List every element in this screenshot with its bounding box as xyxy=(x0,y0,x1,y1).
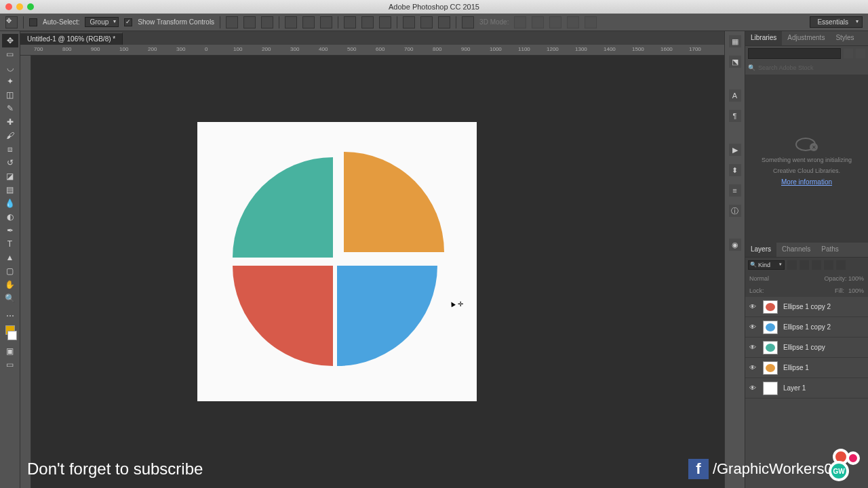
brush-panel-icon[interactable]: ⬍ xyxy=(729,164,741,176)
auto-align-icon[interactable] xyxy=(462,16,474,28)
layer-name[interactable]: Ellipse 1 copy 2 xyxy=(783,323,831,331)
visibility-toggle-icon[interactable]: 👁 xyxy=(749,323,757,331)
crop-tool[interactable]: ◫ xyxy=(2,88,18,102)
marquee-tool[interactable]: ▭ xyxy=(2,47,18,61)
filter-type-icon[interactable] xyxy=(812,260,821,270)
align-3-icon[interactable] xyxy=(261,16,273,28)
healing-tool[interactable]: ✚ xyxy=(2,115,18,129)
dist-4-icon[interactable] xyxy=(403,16,415,28)
dist-1-icon[interactable] xyxy=(344,16,356,28)
screenmode-toggle[interactable]: ▭ xyxy=(2,358,18,371)
layer-name[interactable]: Ellipse 1 copy 2 xyxy=(783,303,831,310)
lasso-tool[interactable]: ◡ xyxy=(2,61,18,75)
blend-mode-select[interactable]: Normal xyxy=(749,275,769,282)
search-icon: 🔍 xyxy=(748,64,755,71)
character-panel-icon[interactable]: A xyxy=(729,89,741,102)
layer-name[interactable]: Ellipse 1 copy xyxy=(783,344,825,351)
stock-search-placeholder[interactable]: Search Adobe Stock xyxy=(758,64,814,71)
layer-thumbnail[interactable] xyxy=(763,300,778,314)
visibility-toggle-icon[interactable]: 👁 xyxy=(749,303,757,310)
align-2-icon[interactable] xyxy=(243,16,256,28)
gradient-tool[interactable]: ▤ xyxy=(2,183,18,197)
history-panel-icon[interactable]: ▦ xyxy=(729,35,741,47)
align-6-icon[interactable] xyxy=(320,16,332,28)
dist-6-icon[interactable] xyxy=(438,16,450,28)
layer-name[interactable]: Ellipse 1 xyxy=(783,364,809,371)
workspace-switcher[interactable]: Essentials xyxy=(810,16,863,28)
edit-toolbar[interactable]: ⋯ xyxy=(2,309,18,323)
layer-row[interactable]: 👁 Ellipse 1 copy xyxy=(745,338,868,358)
opacity-value[interactable]: 100% xyxy=(848,275,864,282)
paragraph-panel-icon[interactable]: ¶ xyxy=(729,110,741,122)
visibility-toggle-icon[interactable]: 👁 xyxy=(749,364,757,371)
layer-name[interactable]: Layer 1 xyxy=(783,384,806,392)
color-panel-icon[interactable]: ⬔ xyxy=(729,56,741,68)
layer-thumbnail[interactable] xyxy=(763,341,778,354)
tab-libraries[interactable]: Libraries xyxy=(745,31,782,45)
zoom-tool[interactable]: 🔍 xyxy=(2,291,18,305)
visibility-toggle-icon[interactable]: 👁 xyxy=(749,384,757,392)
show-transform-checkbox[interactable] xyxy=(124,18,132,26)
list-view-icon[interactable] xyxy=(856,49,865,58)
quickmask-toggle[interactable]: ▣ xyxy=(2,344,18,358)
eyedropper-tool[interactable]: ✎ xyxy=(2,102,18,115)
minimize-window-icon[interactable] xyxy=(16,3,23,10)
stamp-tool[interactable]: ⧇ xyxy=(2,142,18,156)
visibility-toggle-icon[interactable]: 👁 xyxy=(749,344,757,351)
layer-thumbnail[interactable] xyxy=(763,321,778,334)
layer-row[interactable]: 👁 Ellipse 1 copy 2 xyxy=(745,297,868,317)
tab-channels[interactable]: Channels xyxy=(776,243,816,257)
align-1-icon[interactable] xyxy=(226,16,238,28)
tab-adjustments[interactable]: Adjustments xyxy=(782,31,830,45)
tab-styles[interactable]: Styles xyxy=(830,31,859,45)
zoom-window-icon[interactable] xyxy=(27,3,34,10)
auto-select-dropdown[interactable]: Group xyxy=(85,17,119,27)
info-panel-icon[interactable]: ⓘ xyxy=(729,205,741,217)
actions-panel-icon[interactable]: ▶ xyxy=(729,144,741,156)
tab-layers[interactable]: Layers xyxy=(745,243,776,257)
layer-row[interactable]: 👁 Ellipse 1 copy 2 xyxy=(745,317,868,338)
library-select[interactable] xyxy=(748,48,841,59)
move-tool[interactable]: ✥ xyxy=(2,34,18,47)
hand-tool[interactable]: ✋ xyxy=(2,278,18,291)
align-5-icon[interactable] xyxy=(302,16,315,28)
ruler-tick: 100 xyxy=(233,46,242,52)
canvas-background[interactable] xyxy=(31,56,724,488)
ruler-tick: 200 xyxy=(148,46,157,52)
auto-select-checkbox[interactable] xyxy=(29,18,37,26)
path-select-tool[interactable]: ▲ xyxy=(2,251,18,264)
background-color-swatch[interactable] xyxy=(7,331,17,340)
clone-panel-icon[interactable]: ≡ xyxy=(729,184,741,197)
grid-view-icon[interactable] xyxy=(844,49,853,58)
tab-paths[interactable]: Paths xyxy=(816,243,844,257)
wand-tool[interactable]: ✦ xyxy=(2,75,18,88)
filter-adj-icon[interactable] xyxy=(800,260,809,270)
filter-shape-icon[interactable] xyxy=(824,260,833,270)
dist-5-icon[interactable] xyxy=(420,16,433,28)
brush-tool[interactable]: 🖌 xyxy=(2,129,18,142)
dodge-tool[interactable]: ◐ xyxy=(2,210,18,224)
eraser-tool[interactable]: ◪ xyxy=(2,169,18,183)
dist-2-icon[interactable] xyxy=(361,16,374,28)
more-information-link[interactable]: More information xyxy=(781,178,832,186)
layer-filter-kind[interactable]: Kind xyxy=(748,260,785,270)
type-tool[interactable]: T xyxy=(2,237,18,251)
layer-row[interactable]: 👁 Ellipse 1 xyxy=(745,358,868,378)
dist-3-icon[interactable] xyxy=(379,16,391,28)
filter-pixel-icon[interactable] xyxy=(787,260,797,270)
blur-tool[interactable]: 💧 xyxy=(2,197,18,210)
layer-thumbnail[interactable] xyxy=(763,382,778,395)
move-tool-icon[interactable]: ✥ xyxy=(5,16,18,28)
close-window-icon[interactable] xyxy=(5,3,12,10)
align-4-icon[interactable] xyxy=(285,16,297,28)
pen-tool[interactable]: ✒ xyxy=(2,224,18,237)
fill-value[interactable]: 100% xyxy=(848,287,864,294)
filter-smart-icon[interactable] xyxy=(836,260,846,270)
navigator-panel-icon[interactable]: ◉ xyxy=(729,239,741,251)
ruler-tick: 400 xyxy=(319,46,328,52)
shape-tool[interactable]: ▢ xyxy=(2,264,18,278)
document-tab[interactable]: Untitled-1 @ 106% (RGB/8) * xyxy=(20,33,123,45)
layer-row[interactable]: 👁 Layer 1 xyxy=(745,378,868,399)
history-brush-tool[interactable]: ↺ xyxy=(2,156,18,169)
layer-thumbnail[interactable] xyxy=(763,361,778,375)
